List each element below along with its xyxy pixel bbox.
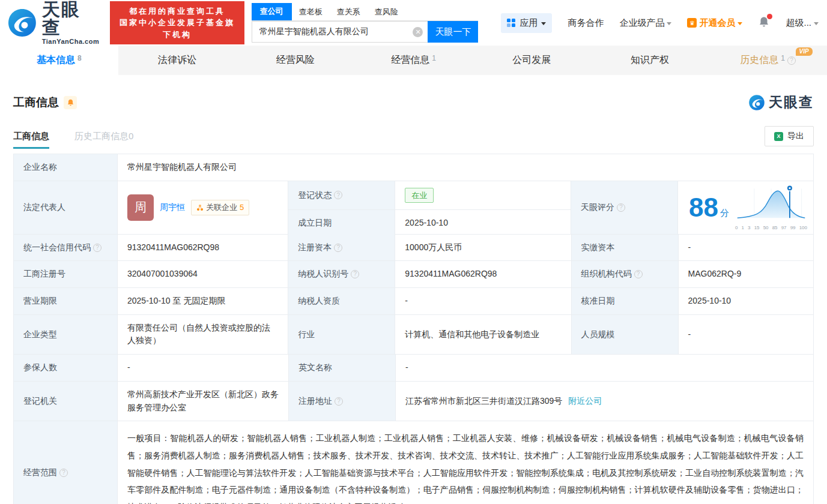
- staff-size-label: 人员规模: [572, 315, 679, 354]
- insured-count-value: -: [118, 355, 289, 381]
- bell-curve-chart: [735, 183, 807, 220]
- legal-rep-avatar[interactable]: 周: [127, 194, 154, 221]
- table-row: 统一社会信用代码? 91320411MAG062RQ98 注册资本? 10000…: [14, 235, 813, 262]
- chevron-down-icon: [667, 22, 671, 25]
- vip-badge: VIP: [796, 47, 813, 56]
- score-label: 天眼评分?: [571, 181, 678, 234]
- logo-domain: TianYanCha.com: [42, 38, 100, 45]
- paid-capital-label: 实缴资本: [572, 235, 679, 261]
- help-icon[interactable]: ?: [93, 244, 101, 252]
- help-icon[interactable]: ?: [634, 270, 643, 278]
- help-icon[interactable]: ?: [59, 469, 68, 477]
- help-icon[interactable]: ?: [334, 191, 342, 199]
- table-row: 企业名称 常州星宇智能机器人有限公司: [14, 154, 813, 181]
- tab-operation-info[interactable]: 经营信息1: [354, 46, 473, 75]
- taxpayer-qualification-label: 纳税人资质: [288, 288, 395, 314]
- chart-axis-ticks: 0131550859799100: [735, 224, 807, 232]
- subtab-business-info[interactable]: 工商信息: [13, 131, 49, 149]
- business-scope-label: 经营范围?: [14, 421, 118, 504]
- registered-address-cell: 江苏省常州市新北区三井街道汉江路309号 附近公司: [396, 382, 813, 421]
- search-input[interactable]: [259, 27, 413, 37]
- tab-company-development[interactable]: 公司发展: [473, 46, 591, 75]
- business-term-value: 2025-10-10 至 无固定期限: [118, 288, 288, 314]
- table-row: 经营范围? 一般项目：智能机器人的研发；智能机器人销售；工业机器人制造；工业机器…: [14, 421, 813, 504]
- english-name-label: 英文名称: [289, 355, 396, 381]
- business-info-table: 企业名称 常州星宇智能机器人有限公司 法定代表人 周 周宇恒 关联企业 5: [13, 154, 814, 504]
- reg-status-label: 登记状态?: [288, 181, 395, 210]
- help-icon[interactable]: ?: [787, 56, 796, 65]
- score-value: 88: [689, 194, 718, 221]
- tab-legal-litigation[interactable]: 法律诉讼: [118, 46, 237, 75]
- company-name-label: 企业名称: [14, 154, 118, 181]
- founded-date-label: 成立日期: [288, 210, 395, 236]
- reg-number-label: 工商注册号: [14, 261, 118, 287]
- subtab-history-business-info[interactable]: 历史工商信息0: [74, 131, 133, 149]
- taxpayer-qualification-value: -: [395, 288, 571, 314]
- chevron-down-icon: [541, 22, 546, 25]
- nearby-companies-link[interactable]: 附近公司: [568, 395, 602, 408]
- legal-rep-cell: 周 周宇恒 关联企业 5: [118, 181, 288, 234]
- founded-date-value: 2025-10-10: [395, 210, 571, 236]
- bell-icon: [67, 98, 74, 107]
- nav-open-membership[interactable]: ♛ 开通会员: [687, 17, 742, 29]
- english-name-value: -: [396, 355, 813, 381]
- table-row: 登记机关 常州高新技术产业开发区（新北区）政务服务管理办公室 注册地址? 江苏省…: [14, 382, 813, 421]
- notification-dot: [767, 14, 772, 19]
- staff-size-value: -: [679, 315, 813, 354]
- tianyancha-eye-icon: [748, 94, 766, 112]
- search-tab-boss[interactable]: 查老板: [292, 4, 330, 20]
- registered-capital-value: 10000万人民币: [395, 235, 571, 261]
- help-icon[interactable]: ?: [335, 397, 343, 406]
- clear-search-icon[interactable]: ✕: [413, 27, 423, 37]
- help-icon[interactable]: ?: [351, 270, 359, 278]
- chevron-down-icon: [814, 22, 819, 25]
- business-scope-value: 一般项目：智能机器人的研发；智能机器人销售；工业机器人制造；工业机器人销售；工业…: [127, 430, 804, 504]
- paid-capital-value: -: [679, 235, 813, 261]
- legal-rep-label: 法定代表人: [14, 181, 118, 234]
- table-row: 营业期限 2025-10-10 至 无固定期限 纳税人资质 - 核准日期 202…: [14, 288, 813, 315]
- credit-code-label: 统一社会信用代码?: [14, 235, 118, 261]
- credit-code-value: 91320411MAG062RQ98: [118, 235, 288, 261]
- search-tab-company[interactable]: 查公司: [252, 3, 292, 20]
- nav-enterprise-products[interactable]: 企业级产品: [619, 17, 671, 29]
- apps-menu[interactable]: 应用: [501, 13, 552, 33]
- network-icon: [196, 204, 204, 211]
- tianyancha-logo[interactable]: 天眼查 TianYanCha.com: [6, 1, 99, 45]
- subscribe-bell[interactable]: [64, 96, 77, 109]
- search-tab-relation[interactable]: 查关系: [330, 4, 368, 20]
- industry-label: 行业: [288, 315, 395, 354]
- taxpayer-id-label: 纳税人识别号?: [288, 261, 395, 287]
- nav-super-vip[interactable]: 超级...: [786, 17, 819, 29]
- top-header: 天眼查 TianYanCha.com 都在用的商业查询工具 国家中小企业发展子基…: [0, 0, 827, 46]
- tab-history-info[interactable]: VIP 历史信息1 ?: [709, 46, 827, 75]
- promo-banner: 都在用的商业查询工具 国家中小企业发展子基金旗下机构: [110, 1, 244, 45]
- registration-authority-label: 登记机关: [14, 382, 118, 421]
- table-row: 企业类型 有限责任公司（自然人投资或控股的法人独资） 行业 计算机、通信和其他电…: [14, 315, 813, 355]
- promo-line-1: 都在用的商业查询工具: [116, 5, 238, 17]
- search-tab-risk[interactable]: 查风险: [368, 4, 405, 20]
- legal-rep-link[interactable]: 周宇恒: [160, 201, 185, 214]
- tab-operation-risk[interactable]: 经营风险: [236, 46, 354, 75]
- search-button[interactable]: 天眼一下: [428, 21, 478, 43]
- nav-business-cooperation[interactable]: 商务合作: [568, 17, 604, 29]
- search-tabs: 查公司 查老板 查关系 查风险: [252, 3, 479, 21]
- approval-date-value: 2025-10-10: [679, 288, 813, 314]
- help-icon[interactable]: ?: [334, 244, 342, 252]
- export-button[interactable]: X 导出: [765, 126, 814, 146]
- help-icon[interactable]: ?: [617, 203, 625, 212]
- tab-basic-info[interactable]: 基本信息8: [0, 46, 118, 75]
- search-box: ✕: [252, 21, 428, 43]
- chevron-down-icon: [738, 22, 742, 25]
- apps-grid-icon: [507, 19, 516, 28]
- excel-icon: X: [774, 132, 783, 141]
- tab-intellectual-property[interactable]: 知识产权: [591, 46, 709, 75]
- related-companies-badge[interactable]: 关联企业 5: [191, 200, 249, 215]
- company-type-label: 企业类型: [14, 315, 118, 354]
- status-badge: 在业: [405, 188, 434, 203]
- company-tab-bar: 基本信息8 法律诉讼 经营风险 经营信息1 公司发展 知识产权 VIP 历史信息…: [0, 46, 827, 75]
- table-row: 参保人数 - 英文名称 -: [14, 355, 813, 382]
- search-area: 查公司 查老板 查关系 查风险 ✕ 天眼一下: [252, 3, 479, 43]
- promo-line-2: 国家中小企业发展子基金旗下机构: [116, 17, 238, 40]
- header-nav: 应用 商务合作 企业级产品 ♛ 开通会员 超级...: [501, 13, 819, 33]
- notifications-bell[interactable]: [758, 16, 770, 31]
